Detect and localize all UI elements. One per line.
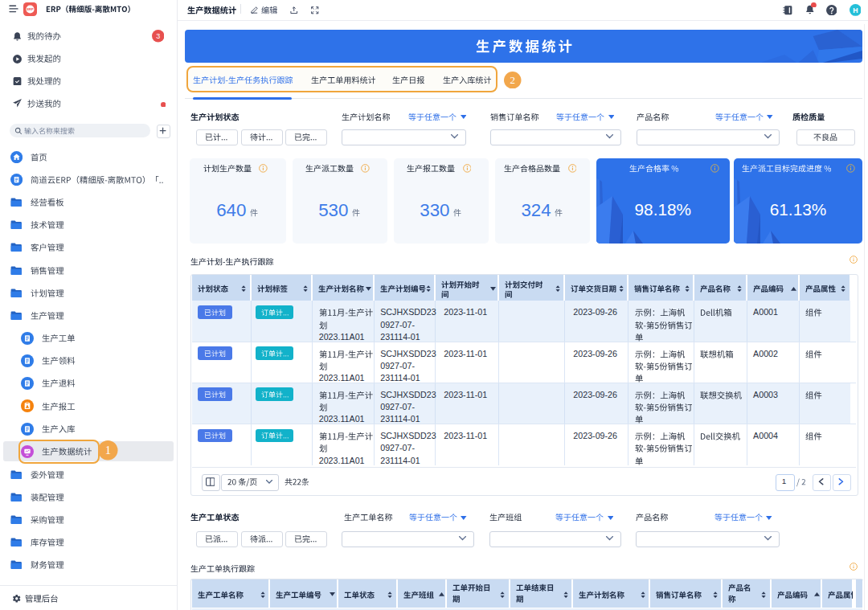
svg-text:ERP: ERP xyxy=(27,7,34,11)
svg-text:1: 1 xyxy=(105,444,111,457)
svg-text:3: 3 xyxy=(156,32,160,40)
svg-text:2: 2 xyxy=(510,74,516,86)
svg-text:H: H xyxy=(853,6,858,14)
